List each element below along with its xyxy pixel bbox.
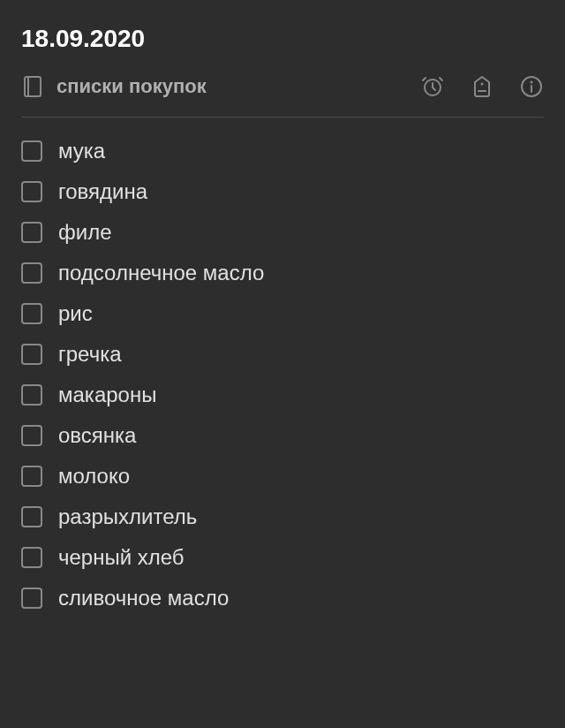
checklist-item: черный хлеб (21, 545, 544, 570)
info-icon (520, 75, 543, 98)
checklist-item: филе (21, 220, 544, 245)
checkbox[interactable] (21, 140, 42, 162)
checklist: мукаговядинафилеподсолнечное маслорисгре… (21, 139, 544, 610)
checklist-item: овсянка (21, 423, 544, 448)
checklist-item: мука (21, 139, 544, 163)
checklist-item: подсолнечное масло (21, 261, 544, 285)
checkbox[interactable] (21, 425, 42, 446)
checklist-item-label[interactable]: разрыхлитель (58, 504, 197, 529)
checkbox[interactable] (21, 344, 42, 365)
svg-point-6 (531, 81, 533, 84)
toolbar-actions (420, 74, 544, 99)
checklist-item-label[interactable]: филе (58, 220, 112, 245)
checklist-item-label[interactable]: макароны (58, 383, 156, 407)
checklist-item-label[interactable]: мука (58, 139, 105, 163)
checkbox[interactable] (21, 506, 42, 527)
checklist-item-label[interactable]: говядина (58, 179, 147, 204)
tag-icon (471, 75, 493, 98)
reminder-button[interactable] (420, 74, 445, 99)
notebook-selector[interactable]: списки покупок (21, 75, 420, 98)
checklist-item: сливочное масло (21, 586, 544, 610)
checklist-item-label[interactable]: подсолнечное масло (58, 261, 264, 285)
checklist-item: молоко (21, 464, 544, 489)
tag-button[interactable] (470, 74, 494, 99)
checklist-item-label[interactable]: сливочное масло (58, 586, 229, 610)
notebook-icon (21, 76, 42, 97)
alarm-icon (421, 75, 444, 98)
checklist-item-label[interactable]: овсянка (58, 423, 136, 448)
svg-rect-0 (25, 77, 41, 96)
note-title[interactable]: 18.09.2020 (21, 25, 544, 53)
checkbox[interactable] (21, 262, 42, 284)
info-button[interactable] (519, 74, 544, 99)
checklist-item: рис (21, 301, 544, 326)
notebook-label: списки покупок (56, 75, 207, 98)
checkbox[interactable] (21, 222, 42, 243)
toolbar: списки покупок (21, 74, 544, 118)
checklist-item: говядина (21, 179, 544, 204)
checkbox[interactable] (21, 547, 42, 568)
checklist-item-label[interactable]: черный хлеб (58, 545, 185, 570)
checkbox[interactable] (21, 303, 42, 324)
checkbox[interactable] (21, 181, 42, 202)
checklist-item: гречка (21, 342, 544, 367)
checklist-item-label[interactable]: гречка (58, 342, 122, 367)
checkbox[interactable] (21, 384, 42, 406)
checklist-item: разрыхлитель (21, 504, 544, 529)
checkbox[interactable] (21, 466, 42, 487)
svg-point-3 (481, 83, 484, 86)
checklist-item-label[interactable]: молоко (58, 464, 130, 489)
checkbox[interactable] (21, 588, 42, 609)
checklist-item-label[interactable]: рис (58, 301, 93, 326)
checklist-item: макароны (21, 383, 544, 407)
